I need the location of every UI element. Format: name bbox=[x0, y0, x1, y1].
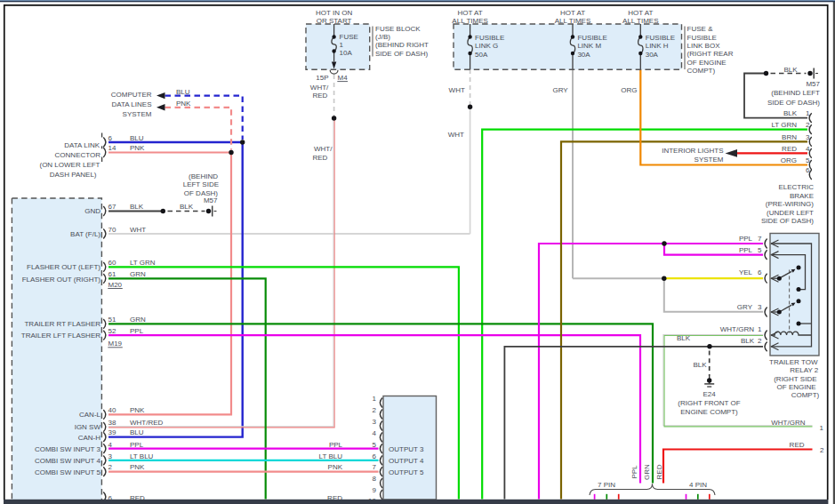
svg-text:PNK: PNK bbox=[130, 144, 145, 152]
svg-text:ORG: ORG bbox=[621, 86, 637, 94]
svg-text:38: 38 bbox=[108, 419, 116, 427]
svg-text:7: 7 bbox=[373, 463, 377, 471]
svg-text:1: 1 bbox=[806, 109, 810, 117]
svg-text:SIDE OF DASH): SIDE OF DASH) bbox=[761, 217, 814, 225]
svg-text:WHT/: WHT/ bbox=[314, 145, 333, 153]
svg-text:ALL TIMES: ALL TIMES bbox=[452, 17, 487, 25]
svg-text:HOT IN ON: HOT IN ON bbox=[316, 9, 352, 17]
svg-text:OUTPUT 3: OUTPUT 3 bbox=[389, 445, 424, 453]
svg-text:4: 4 bbox=[108, 441, 113, 449]
svg-text:8: 8 bbox=[373, 475, 377, 483]
svg-text:(RIGHT REAR: (RIGHT REAR bbox=[687, 50, 734, 58]
svg-text:6: 6 bbox=[373, 452, 377, 460]
svg-text:BLK: BLK bbox=[180, 203, 194, 211]
svg-text:LINK BOX: LINK BOX bbox=[687, 42, 721, 50]
svg-text:RED: RED bbox=[312, 154, 327, 162]
svg-text:SYSTEM: SYSTEM bbox=[123, 110, 152, 118]
svg-text:40: 40 bbox=[108, 406, 116, 414]
svg-text:2: 2 bbox=[373, 406, 377, 414]
svg-text:COMBI SW INPUT 3: COMBI SW INPUT 3 bbox=[35, 445, 101, 453]
svg-text:5: 5 bbox=[373, 441, 377, 449]
svg-text:GRN: GRN bbox=[643, 464, 651, 480]
svg-text:GRY: GRY bbox=[737, 303, 753, 311]
svg-text:WHT/GRN: WHT/GRN bbox=[771, 419, 805, 427]
svg-text:4 PIN: 4 PIN bbox=[689, 481, 707, 489]
svg-text:COMPT): COMPT) bbox=[687, 67, 716, 75]
svg-text:5: 5 bbox=[806, 156, 810, 164]
svg-text:COMBI SW INPUT 4: COMBI SW INPUT 4 bbox=[35, 457, 101, 465]
svg-text:PPL: PPL bbox=[739, 246, 753, 254]
svg-text:PPL: PPL bbox=[329, 441, 343, 449]
svg-text:TRAILER TOW: TRAILER TOW bbox=[769, 358, 818, 366]
svg-text:ELECTRIC: ELECTRIC bbox=[778, 183, 814, 191]
svg-text:3: 3 bbox=[758, 303, 762, 311]
svg-text:RED: RED bbox=[655, 464, 663, 479]
svg-text:BAT (F/L): BAT (F/L) bbox=[70, 230, 100, 238]
svg-text:LT GRN: LT GRN bbox=[130, 259, 156, 267]
svg-text:E24: E24 bbox=[703, 390, 716, 398]
svg-text:70: 70 bbox=[108, 226, 116, 234]
svg-text:CAN-L: CAN-L bbox=[79, 411, 101, 419]
svg-text:WHT: WHT bbox=[448, 131, 464, 139]
svg-text:60: 60 bbox=[108, 259, 116, 267]
svg-text:SYSTEM: SYSTEM bbox=[694, 156, 724, 164]
svg-text:IGN SW: IGN SW bbox=[75, 423, 101, 431]
svg-text:10A: 10A bbox=[340, 49, 353, 57]
svg-text:BLK: BLK bbox=[783, 66, 798, 74]
svg-text:BLK: BLK bbox=[677, 334, 691, 342]
svg-text:PPL: PPL bbox=[630, 465, 638, 479]
svg-text:BLU: BLU bbox=[130, 134, 144, 142]
svg-text:4: 4 bbox=[373, 429, 377, 437]
svg-text:15P: 15P bbox=[316, 74, 328, 82]
svg-text:TRAILER RT FLASHER: TRAILER RT FLASHER bbox=[24, 320, 100, 328]
svg-text:GRN: GRN bbox=[130, 316, 146, 324]
svg-text:RELAY 2: RELAY 2 bbox=[790, 366, 819, 374]
svg-text:BLU: BLU bbox=[176, 88, 190, 96]
svg-text:PNK: PNK bbox=[328, 463, 343, 471]
svg-text:(RIGHT FRONT OF: (RIGHT FRONT OF bbox=[678, 399, 740, 407]
svg-text:FUSE: FUSE bbox=[340, 33, 358, 41]
svg-text:14: 14 bbox=[108, 144, 116, 152]
svg-text:7: 7 bbox=[758, 235, 762, 243]
svg-text:PNK: PNK bbox=[130, 463, 145, 471]
svg-text:CAN-H: CAN-H bbox=[78, 434, 101, 442]
svg-text:COMBI SW INPUT 5: COMBI SW INPUT 5 bbox=[35, 468, 101, 476]
svg-text:(ON LOWER LEFT: (ON LOWER LEFT bbox=[39, 161, 100, 169]
svg-text:OUTPUT 4: OUTPUT 4 bbox=[389, 457, 424, 465]
svg-text:50A: 50A bbox=[475, 51, 488, 59]
svg-text:BLK: BLK bbox=[693, 361, 707, 369]
svg-text:LINK H: LINK H bbox=[646, 42, 669, 50]
svg-text:PPL: PPL bbox=[130, 327, 144, 335]
svg-text:CONNECTOR: CONNECTOR bbox=[55, 151, 101, 159]
svg-text:30A: 30A bbox=[646, 51, 659, 59]
svg-text:OR START: OR START bbox=[317, 17, 352, 25]
svg-text:HOT AT: HOT AT bbox=[628, 9, 653, 17]
svg-text:1: 1 bbox=[758, 325, 762, 333]
svg-text:GND: GND bbox=[84, 207, 100, 215]
svg-text:BLK: BLK bbox=[783, 109, 798, 117]
svg-text:RED: RED bbox=[312, 92, 327, 100]
svg-text:3: 3 bbox=[373, 418, 377, 426]
svg-text:WHT/RED: WHT/RED bbox=[130, 419, 164, 427]
svg-text:ALL TIMES: ALL TIMES bbox=[622, 17, 658, 25]
svg-text:PNK: PNK bbox=[176, 100, 191, 108]
svg-text:1: 1 bbox=[373, 395, 377, 403]
svg-text:BLK: BLK bbox=[130, 203, 144, 211]
svg-text:6: 6 bbox=[806, 166, 810, 174]
svg-text:M20: M20 bbox=[108, 281, 123, 289]
svg-text:RED: RED bbox=[782, 145, 797, 153]
svg-text:6: 6 bbox=[108, 134, 113, 142]
svg-text:3: 3 bbox=[108, 452, 113, 460]
svg-text:PPL: PPL bbox=[739, 235, 753, 243]
svg-text:BLK: BLK bbox=[741, 337, 755, 345]
svg-text:ORG: ORG bbox=[781, 156, 797, 164]
svg-text:HOT AT: HOT AT bbox=[458, 9, 483, 17]
svg-text:FUSIBLE: FUSIBLE bbox=[687, 34, 717, 42]
svg-text:FUSIBLE: FUSIBLE bbox=[646, 34, 675, 42]
svg-text:30A: 30A bbox=[577, 51, 590, 59]
svg-text:M19: M19 bbox=[108, 340, 123, 348]
svg-text:GRN: GRN bbox=[130, 270, 146, 278]
svg-text:BRAKE: BRAKE bbox=[790, 192, 814, 200]
svg-text:FUSE &: FUSE & bbox=[687, 25, 714, 33]
svg-text:(RIGHT SIDE: (RIGHT SIDE bbox=[774, 375, 816, 383]
